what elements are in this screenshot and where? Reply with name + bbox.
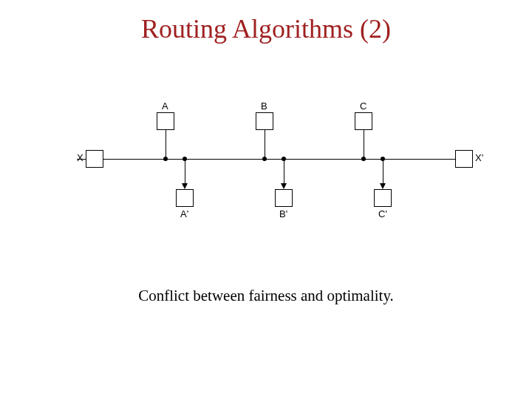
arrow-b-out xyxy=(281,183,287,189)
label-a-prime: A' xyxy=(180,208,188,219)
line-a-out xyxy=(185,159,185,185)
junction-c-in xyxy=(361,157,366,161)
line-b-out xyxy=(284,159,284,185)
arrow-a-out xyxy=(182,183,188,189)
node-x xyxy=(86,150,103,168)
node-a xyxy=(157,112,174,130)
slide-title: Routing Algorithms (2) xyxy=(0,13,532,44)
label-c: C xyxy=(360,100,366,112)
slide: Routing Algorithms (2) X X' A B C A' B' … xyxy=(0,0,532,399)
shared-link-line xyxy=(77,159,473,160)
label-b: B xyxy=(261,100,267,112)
line-c-in xyxy=(364,130,364,159)
line-c-out xyxy=(383,159,383,185)
node-b xyxy=(256,112,273,130)
node-x-prime xyxy=(455,150,473,168)
label-x: X xyxy=(77,152,83,163)
junction-a-in xyxy=(163,157,168,161)
arrow-c-out xyxy=(380,183,386,189)
node-c xyxy=(355,112,372,130)
label-x-prime: X' xyxy=(475,152,483,163)
label-b-prime: B' xyxy=(279,208,287,219)
slide-caption: Conflict between fairness and optimality… xyxy=(0,287,532,305)
label-c-prime: C' xyxy=(378,208,387,219)
node-a-prime xyxy=(176,189,194,207)
label-a: A xyxy=(162,100,168,112)
node-c-prime xyxy=(374,189,392,207)
node-b-prime xyxy=(275,189,293,207)
line-a-in xyxy=(166,130,166,159)
diagram-figure: X X' A B C A' B' C' xyxy=(77,95,473,223)
junction-b-in xyxy=(262,157,267,161)
line-b-in xyxy=(265,130,265,159)
